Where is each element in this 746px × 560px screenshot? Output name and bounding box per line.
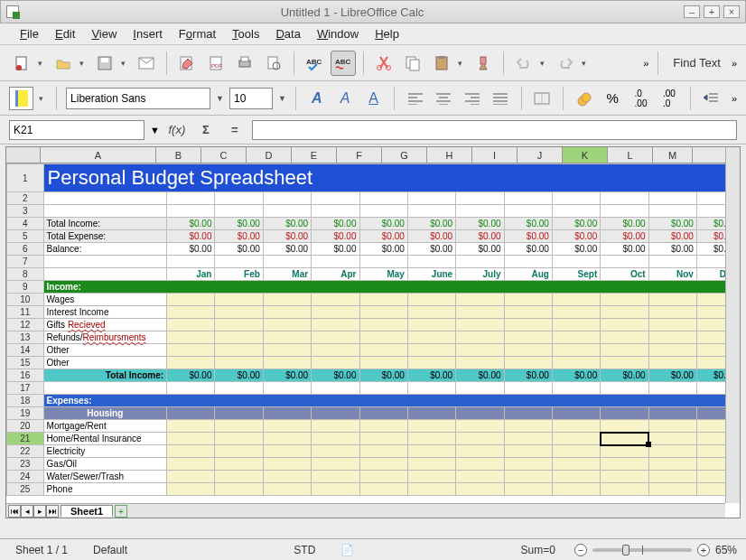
col-header-B[interactable]: B (156, 147, 201, 163)
paste-dropdown[interactable]: ▾ (458, 59, 467, 68)
menu-tools[interactable]: Tools (225, 25, 266, 42)
col-header-L[interactable]: L (608, 147, 653, 163)
col-header-J[interactable]: J (518, 147, 563, 163)
sum-button[interactable]: Σ (194, 120, 218, 140)
add-sheet-button[interactable]: + (115, 505, 127, 518)
tab-prev-button[interactable]: ◂ (21, 505, 33, 518)
select-all-corner[interactable] (6, 147, 41, 163)
name-box-dropdown[interactable]: ▼ (150, 125, 160, 135)
menu-edit[interactable]: Edit (48, 25, 82, 42)
email-button[interactable] (134, 51, 159, 76)
italic-button[interactable]: A (333, 87, 356, 110)
status-sheet: Sheet 1 / 1 (9, 542, 74, 558)
status-sum[interactable]: Sum=0 (515, 542, 562, 558)
undo-dropdown[interactable]: ▾ (540, 59, 549, 68)
status-signature-icon[interactable]: 📄 (334, 542, 360, 558)
sheet-tab-1[interactable]: Sheet1 (61, 505, 113, 517)
font-name-dropdown[interactable]: ▼ (216, 94, 224, 103)
col-header-I[interactable]: I (472, 147, 518, 163)
vertical-scrollbar[interactable] (725, 147, 740, 503)
tab-next-button[interactable]: ▸ (33, 505, 46, 518)
menu-help[interactable]: Help (368, 25, 406, 42)
name-box-input[interactable] (9, 120, 145, 140)
col-header-D[interactable]: D (247, 147, 292, 163)
zoom-value[interactable]: 65% (715, 544, 737, 556)
col-header-M[interactable]: M (653, 147, 693, 163)
status-mode[interactable]: STD (287, 542, 322, 558)
menu-data[interactable]: Data (268, 25, 307, 42)
formula-bar: ▼ f(x) Σ = (0, 116, 746, 145)
align-center-button[interactable] (433, 87, 455, 110)
paste-button[interactable] (429, 51, 454, 76)
underline-button[interactable]: A (362, 87, 385, 110)
bold-button[interactable]: A (305, 87, 328, 110)
col-header-G[interactable]: G (382, 147, 427, 163)
grid-body[interactable]: 1Personal Budget Spreadsheet234Total Inc… (6, 163, 740, 518)
function-button[interactable]: = (223, 120, 247, 140)
cell-style-button[interactable] (9, 87, 33, 110)
minimize-button[interactable]: – (684, 5, 700, 18)
svg-text:ABC: ABC (306, 58, 322, 66)
redo-button[interactable] (553, 51, 578, 76)
col-header-F[interactable]: F (337, 147, 382, 163)
zoom-slider[interactable] (592, 548, 692, 552)
open-button[interactable] (51, 51, 76, 76)
new-button[interactable] (9, 51, 34, 76)
toolbar-overflow2-icon[interactable]: » (732, 58, 737, 69)
menu-window[interactable]: Window (310, 25, 366, 42)
svg-rect-9 (241, 57, 248, 61)
zoom-out-button[interactable]: − (574, 544, 587, 556)
currency-button[interactable] (573, 87, 595, 110)
percent-button[interactable]: % (601, 87, 623, 110)
spellcheck-button[interactable]: ABC (302, 51, 327, 76)
col-header-E[interactable]: E (292, 147, 337, 163)
col-header-C[interactable]: C (201, 147, 247, 163)
remove-decimal-button[interactable]: .00.0 (657, 87, 680, 110)
edit-mode-button[interactable] (174, 51, 200, 76)
align-right-button[interactable] (461, 87, 483, 110)
menu-format[interactable]: Format (172, 25, 223, 42)
undo-button[interactable] (511, 51, 536, 76)
export-pdf-button[interactable]: PDF (203, 51, 228, 76)
print-preview-button[interactable] (261, 51, 286, 76)
redo-dropdown[interactable]: ▾ (582, 59, 591, 68)
toolbar-overflow-icon[interactable]: » (643, 58, 648, 69)
cell-style-dropdown[interactable]: ▾ (39, 94, 47, 103)
new-dropdown[interactable]: ▾ (38, 59, 47, 68)
maximize-button[interactable]: + (704, 5, 720, 18)
save-button[interactable] (92, 51, 117, 76)
cut-button[interactable] (371, 51, 396, 76)
col-header-A[interactable]: A (41, 147, 156, 163)
zoom-control: − + 65% (574, 544, 737, 556)
decrease-indent-button[interactable] (700, 87, 723, 110)
find-text-label[interactable]: Find Text (667, 56, 726, 70)
function-wizard-button[interactable]: f(x) (165, 120, 189, 140)
menu-file[interactable]: File (13, 25, 46, 42)
menu-view[interactable]: View (84, 25, 124, 42)
print-button[interactable] (232, 51, 257, 76)
menu-insert[interactable]: Insert (126, 25, 170, 42)
close-button[interactable]: × (723, 5, 740, 18)
status-style[interactable]: Default (87, 542, 134, 558)
tab-first-button[interactable]: ⏮ (8, 505, 21, 518)
fmt-overflow-icon[interactable]: » (732, 93, 737, 104)
align-justify-button[interactable] (489, 87, 511, 110)
zoom-in-button[interactable]: + (697, 544, 710, 556)
tab-last-button[interactable]: ⏭ (46, 505, 59, 518)
autospell-button[interactable]: ABC (331, 51, 356, 76)
window-title: Untitled 1 - LibreOffice Calc (24, 5, 680, 19)
formatting-toolbar: ▾ ▼ ▼ A A A % .0.00 .00.0 » (0, 81, 746, 116)
copy-button[interactable] (400, 51, 425, 76)
col-header-K[interactable]: K (563, 147, 608, 163)
align-left-button[interactable] (404, 87, 426, 110)
open-dropdown[interactable]: ▾ (79, 59, 89, 68)
font-size-dropdown[interactable]: ▼ (278, 94, 286, 103)
col-header-H[interactable]: H (427, 147, 472, 163)
font-name-input[interactable] (66, 88, 210, 109)
save-dropdown[interactable]: ▾ (121, 59, 130, 68)
add-decimal-button[interactable]: .0.00 (629, 87, 652, 110)
merge-cells-button[interactable] (531, 87, 554, 110)
formula-input[interactable] (252, 120, 737, 140)
format-paintbrush-button[interactable] (471, 51, 496, 76)
font-size-input[interactable] (229, 88, 273, 109)
